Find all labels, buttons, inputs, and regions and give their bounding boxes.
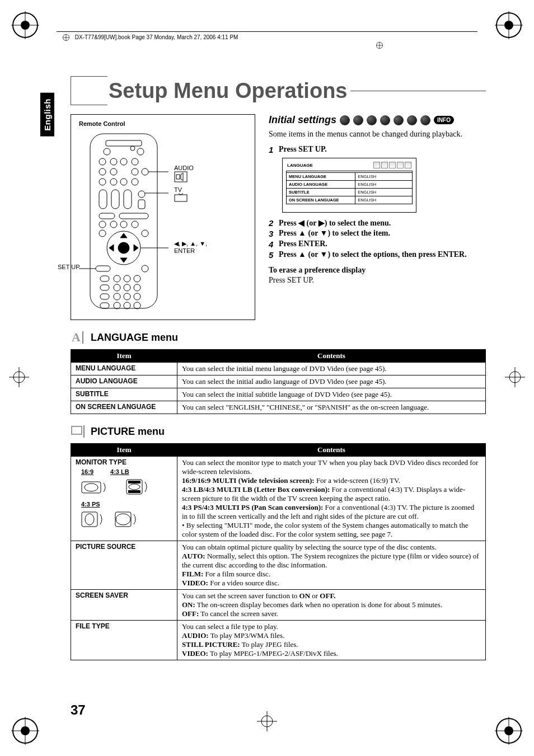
- menu-contents: You can select the initial audio languag…: [177, 375, 486, 388]
- svg-point-67: [124, 275, 130, 282]
- svg-point-47: [132, 179, 138, 185]
- disc-icon: [353, 115, 363, 125]
- step-number: 1: [269, 145, 275, 154]
- disc-icon: [420, 115, 430, 125]
- title-row: Setup Menu Operations: [71, 76, 486, 105]
- crop-pin-icon: [376, 41, 383, 49]
- page-title: Setup Menu Operations: [107, 79, 347, 103]
- opt1-b: 16:9/16:9 MULTI (Wide television screen)…: [182, 476, 315, 485]
- src-l4t: For a video source disc.: [208, 579, 279, 587]
- language-tab: English: [40, 93, 54, 137]
- svg-point-59: [99, 230, 106, 237]
- svg-point-56: [110, 221, 117, 228]
- svg-point-34: [130, 146, 135, 151]
- remote-label: Remote Control: [79, 120, 247, 127]
- table-row: FILE TYPE You can select a file type to …: [71, 621, 486, 660]
- remote-illustration: [79, 132, 168, 312]
- svg-point-19: [509, 372, 521, 383]
- title-box-icon: [71, 76, 107, 105]
- aspect-label: 4:3 LB: [110, 468, 129, 475]
- picture-menu-table: ItemContents MONITOR TYPE 16:94:3 LB 4:3…: [71, 443, 486, 660]
- table-row: AUDIO LANGUAGEYou can select the initial…: [71, 375, 486, 388]
- disc-icon: [394, 115, 404, 125]
- svg-point-7: [504, 21, 513, 30]
- osd-tab-icon: [373, 162, 380, 168]
- svg-point-37: [110, 158, 117, 165]
- svg-rect-77: [100, 303, 109, 308]
- th-contents: Contents: [177, 350, 486, 363]
- src-l2b: AUTO:: [182, 552, 205, 560]
- svg-rect-53: [99, 213, 115, 219]
- table-row: PICTURE SOURCE You can obtain optimal pi…: [71, 541, 486, 590]
- step-number: 4: [269, 240, 275, 249]
- svg-point-101: [85, 514, 94, 525]
- picture-menu-heading: PICTURE menu: [71, 424, 486, 439]
- osd-value: ENGLISH: [355, 181, 412, 188]
- svg-point-36: [99, 158, 106, 165]
- section-heading: Initial settings: [269, 114, 336, 126]
- language-menu-title: LANGUAGE menu: [91, 332, 178, 344]
- svg-rect-54: [119, 213, 148, 219]
- osd-tab-icon: [405, 162, 411, 168]
- osd-preview: LANGUAGE MENU LANGUAGEENGLISH AUDIO LANG…: [282, 158, 416, 213]
- svg-text:A: A: [72, 330, 81, 344]
- svg-rect-49: [111, 190, 119, 209]
- wide-tv-icon: [81, 478, 109, 496]
- osd-item: AUDIO LANGUAGE: [287, 181, 355, 188]
- menu-contents-monitor: You can select the monitor type to match…: [177, 457, 486, 541]
- svg-rect-97: [128, 481, 140, 483]
- svg-point-66: [114, 275, 120, 282]
- menu-item: SUBTITLE: [71, 388, 177, 401]
- disc-icon: [380, 115, 390, 125]
- sav-l3b: OFF:: [182, 609, 199, 618]
- intro-text: Some items in the menus cannot be change…: [269, 129, 486, 139]
- step-text: Press ▲ (or ▼) to select the item.: [279, 229, 390, 238]
- sav-l2b: ON:: [182, 600, 195, 609]
- menu-item: MENU LANGUAGE: [71, 363, 177, 375]
- svg-point-33: [104, 148, 110, 155]
- svg-point-38: [120, 158, 127, 165]
- crop-pin-icon: [62, 34, 70, 41]
- src-l4b: VIDEO:: [182, 579, 208, 587]
- svg-point-42: [132, 168, 138, 175]
- disc-icon: [367, 115, 377, 125]
- table-row: ON SCREEN LANGUAGEYou can select "ENGLIS…: [71, 401, 486, 414]
- disc-type-icons: [340, 115, 430, 125]
- svg-point-35: [137, 148, 144, 155]
- callout-tv: TV: [174, 186, 182, 193]
- opt2-b: 4:3 LB/4:3 MULTI LB (Letter Box conversi…: [182, 485, 330, 494]
- svg-rect-100: [82, 512, 97, 527]
- aspect-label: 4:3 PS: [81, 501, 100, 508]
- sav-l1b2: OFF.: [320, 591, 335, 600]
- letterbox-tv-icon: [126, 478, 154, 496]
- svg-point-39: [132, 158, 138, 165]
- svg-point-44: [99, 179, 106, 185]
- svg-point-71: [124, 284, 130, 291]
- src-l3t: For a film source disc.: [203, 570, 270, 578]
- svg-point-68: [134, 275, 140, 282]
- svg-point-74: [114, 293, 120, 300]
- opt4: • By selecting "MULTI" mode, the color s…: [182, 521, 468, 538]
- callout-setup: SET UP: [58, 264, 80, 270]
- src-l2t: Normally, select this option. The System…: [182, 552, 479, 569]
- disc-icon: [407, 115, 417, 125]
- sav-l2t: The on-screen display becomes dark when …: [195, 600, 442, 609]
- menu-contents-saver: You can set the screen saver function to…: [177, 590, 486, 621]
- page-number: 37: [71, 702, 86, 718]
- erase-heading: To erase a preference display: [269, 266, 366, 274]
- svg-rect-63: [96, 266, 110, 271]
- svg-point-62: [118, 242, 129, 253]
- menu-contents-file: You can select a file type to play. AUDI…: [177, 621, 486, 660]
- svg-rect-48: [99, 190, 107, 209]
- table-row: SCREEN SAVER You can set the screen save…: [71, 590, 486, 621]
- aspect-label: 16:9: [81, 468, 93, 475]
- osd-value: ENGLISH: [355, 173, 412, 180]
- svg-rect-32: [106, 140, 142, 146]
- svg-rect-73: [100, 294, 109, 299]
- header-divider: [57, 31, 477, 32]
- svg-point-3: [21, 21, 30, 30]
- header-text: DX-T77&99[UW].book Page 37 Monday, March…: [75, 34, 238, 40]
- svg-point-95: [85, 483, 98, 491]
- osd-item: ON SCREEN LANGUAGE: [287, 196, 355, 204]
- th-contents: Contents: [177, 444, 486, 457]
